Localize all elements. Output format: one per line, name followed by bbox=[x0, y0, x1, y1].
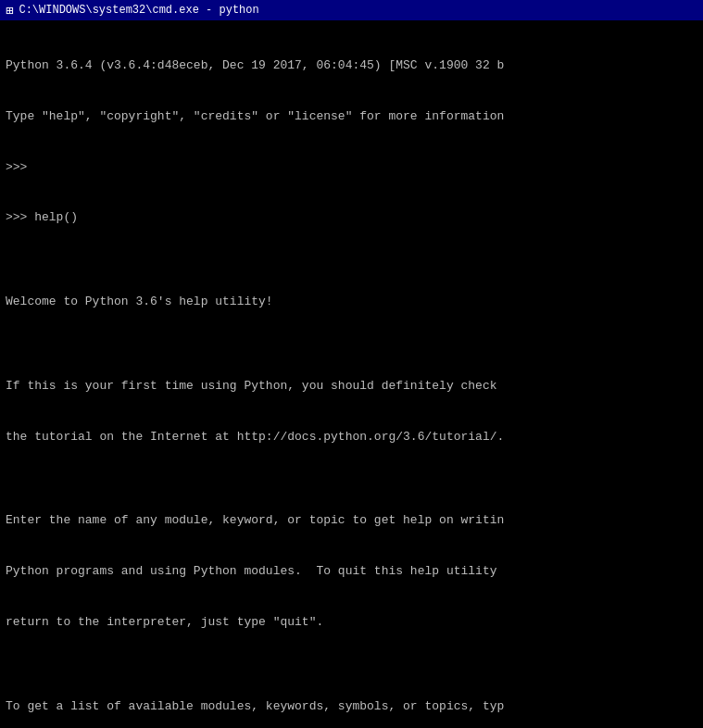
terminal-line-9: the tutorial on the Internet at http://d… bbox=[6, 429, 697, 446]
terminal-line-4: >>> help() bbox=[6, 209, 697, 226]
terminal-line-6: Welcome to Python 3.6's help utility! bbox=[6, 294, 697, 310]
title-text: C:\WINDOWS\system32\cmd.exe - python bbox=[19, 4, 258, 17]
cmd-icon: ⊞ bbox=[6, 3, 13, 19]
terminal-window: Python 3.6.4 (v3.6.4:d48eceb, Dec 19 201… bbox=[0, 20, 703, 728]
title-bar: ⊞ C:\WINDOWS\system32\cmd.exe - python bbox=[0, 0, 703, 20]
terminal-line-2: Type "help", "copyright", "credits" or "… bbox=[6, 108, 697, 125]
terminal-line-12: Python programs and using Python modules… bbox=[6, 563, 697, 580]
terminal-line-15: To get a list of available modules, keyw… bbox=[6, 698, 697, 715]
terminal-line-8: If this is your first time using Python,… bbox=[6, 378, 697, 395]
terminal-line-3: >>> bbox=[6, 159, 697, 176]
terminal-line-1: Python 3.6.4 (v3.6.4:d48eceb, Dec 19 201… bbox=[6, 57, 697, 74]
terminal-line-11: Enter the name of any module, keyword, o… bbox=[6, 512, 697, 529]
terminal-line-13: return to the interpreter, just type "qu… bbox=[6, 614, 697, 631]
